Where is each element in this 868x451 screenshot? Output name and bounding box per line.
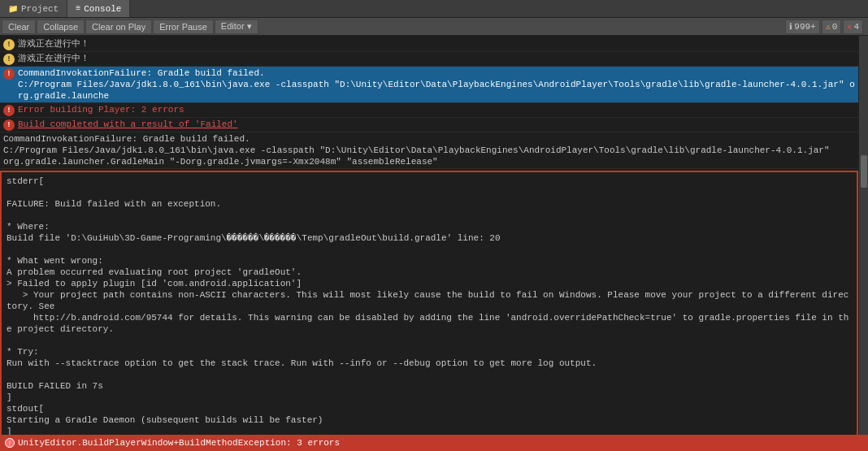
log-entry-red-border[interactable]: stderr[ FAILURE: Build failed with an ex… bbox=[0, 171, 858, 435]
warn-icon: ! bbox=[3, 39, 15, 50]
title-bar: 📁 Project ≡ Console bbox=[0, 0, 868, 18]
warn-icon: ⚠ bbox=[826, 22, 831, 32]
error-icon: ! bbox=[3, 119, 15, 131]
status-bar: ! UnityEditor.BuildPlayerWindow+BuildMet… bbox=[0, 435, 868, 451]
info-count: 999+ bbox=[794, 22, 815, 32]
log-text: Build completed with a result of 'Failed… bbox=[18, 119, 855, 130]
editor-dropdown-button[interactable]: Editor ▾ bbox=[215, 20, 258, 34]
tab-console[interactable]: ≡ Console bbox=[67, 0, 130, 17]
toolbar: Clear Collapse Clear on Play Error Pause… bbox=[0, 18, 868, 36]
badge-info: ℹ 999+ bbox=[785, 20, 819, 34]
log-text: 游戏正在进行中！ bbox=[18, 38, 855, 50]
toolbar-right: ℹ 999+ ⚠ 0 ✕ 4 bbox=[785, 20, 866, 34]
log-text: 游戏正在进行中！ bbox=[18, 53, 855, 64]
clear-on-play-label: Clear on Play bbox=[92, 22, 145, 32]
error-icon: ✕ bbox=[847, 22, 852, 32]
collapse-button[interactable]: Collapse bbox=[37, 20, 85, 34]
log-text: Error building Player: 2 errors bbox=[18, 104, 855, 115]
log-entry-selected[interactable]: ! CommandInvokationFailure: Gradle build… bbox=[0, 67, 858, 103]
log-text: stderr[ FAILURE: Build failed with an ex… bbox=[7, 176, 852, 435]
error-count: 4 bbox=[853, 22, 859, 32]
clear-label: Clear bbox=[8, 22, 29, 32]
info-icon: ℹ bbox=[789, 22, 792, 32]
console-log[interactable]: ! 游戏正在进行中！ ! 游戏正在进行中！ ! CommandInvokatio… bbox=[0, 36, 858, 435]
warn-icon: ! bbox=[3, 54, 15, 65]
collapse-label: Collapse bbox=[43, 22, 78, 32]
log-entry[interactable]: ! Build completed with a result of 'Fail… bbox=[0, 118, 858, 132]
clear-on-play-button[interactable]: Clear on Play bbox=[85, 20, 152, 34]
error-pause-button[interactable]: Error Pause bbox=[153, 20, 214, 34]
console-tab-icon: ≡ bbox=[76, 4, 80, 13]
tab-project[interactable]: 📁 Project bbox=[0, 0, 67, 17]
log-entry[interactable]: ! Error building Player: 2 errors bbox=[0, 103, 858, 118]
console-tab-label: Console bbox=[84, 4, 121, 14]
project-tab-label: Project bbox=[21, 4, 59, 14]
log-text: CommandInvokationFailure: Gradle build f… bbox=[18, 67, 855, 102]
badge-error: ✕ 4 bbox=[843, 20, 863, 34]
editor-label: Editor ▾ bbox=[221, 21, 252, 32]
status-error-icon: ! bbox=[5, 438, 15, 448]
console-container: ! 游戏正在进行中！ ! 游戏正在进行中！ ! CommandInvokatio… bbox=[0, 36, 868, 435]
log-entry[interactable]: ! 游戏正在进行中！ bbox=[0, 37, 858, 52]
scrollbar-track[interactable] bbox=[860, 36, 868, 435]
log-entry[interactable]: CommandInvokationFailure: Gradle build f… bbox=[0, 132, 858, 169]
error-icon: ! bbox=[3, 105, 15, 116]
error-icon: ! bbox=[3, 68, 15, 80]
project-tab-icon: 📁 bbox=[8, 4, 18, 14]
clear-button[interactable]: Clear bbox=[2, 20, 36, 34]
scrollbar-thumb[interactable] bbox=[861, 155, 867, 188]
console-scrollbar[interactable] bbox=[858, 36, 868, 435]
error-pause-label: Error Pause bbox=[159, 22, 207, 32]
badge-warn: ⚠ 0 bbox=[822, 20, 842, 34]
status-text: UnityEditor.BuildPlayerWindow+BuildMetho… bbox=[18, 438, 340, 448]
warn-count: 0 bbox=[832, 22, 838, 32]
log-entry[interactable]: ! 游戏正在进行中！ bbox=[0, 52, 858, 67]
log-text: CommandInvokationFailure: Gradle build f… bbox=[3, 133, 830, 167]
